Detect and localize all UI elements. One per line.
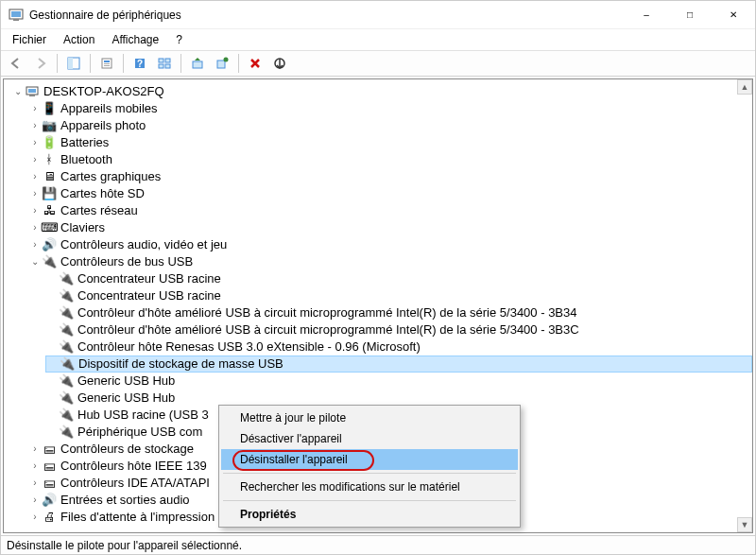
device-icon: 🔌 xyxy=(59,373,74,389)
tree-item[interactable]: 🔌Concentrateur USB racine xyxy=(45,287,752,304)
device-icon: 🔌 xyxy=(60,356,75,372)
menu-view[interactable]: Affichage xyxy=(104,31,166,48)
status-text: Désinstalle le pilote pour l'appareil sé… xyxy=(7,539,242,552)
expand-icon[interactable]: › xyxy=(28,202,42,219)
tree-item[interactable]: ›⌨Claviers xyxy=(28,219,752,236)
forward-button[interactable] xyxy=(29,53,52,74)
menu-file[interactable]: Fichier xyxy=(5,31,54,48)
tree-item[interactable]: ›📷Appareils photo xyxy=(28,117,752,134)
expand-icon[interactable]: › xyxy=(28,509,42,526)
svg-rect-4 xyxy=(68,58,73,69)
device-icon: ⌨ xyxy=(42,220,57,235)
back-button[interactable] xyxy=(5,53,27,74)
device-icon: 🔌 xyxy=(59,425,74,440)
close-button[interactable]: ✕ xyxy=(712,1,755,29)
scroll-up-button[interactable]: ▲ xyxy=(737,79,752,95)
content-area: ⌄ DESKTOP-AKOS2FQ ›📱Appareils mobiles›📷A… xyxy=(1,77,755,535)
tree-item[interactable]: ›🖧Cartes réseau xyxy=(28,202,752,219)
tree-item[interactable]: ›📱Appareils mobiles xyxy=(28,100,752,117)
expand-icon[interactable]: › xyxy=(28,100,42,117)
tree-item[interactable]: 🔌Contrôleur hôte Renesas USB 3.0 eXtensi… xyxy=(45,338,752,356)
menu-action[interactable]: Action xyxy=(56,31,102,48)
tree-item-label: Entrées et sorties audio xyxy=(60,492,190,509)
view-button[interactable] xyxy=(153,53,176,74)
tree-item[interactable]: ⌄🔌Contrôleurs de bus USB xyxy=(28,253,752,270)
expand-icon[interactable]: › xyxy=(28,134,42,151)
tree-item[interactable]: ›🖥Cartes graphiques xyxy=(28,168,752,185)
svg-rect-1 xyxy=(11,11,21,17)
tree-root[interactable]: ⌄ DESKTOP-AKOS2FQ xyxy=(11,83,752,100)
scroll-down-button[interactable]: ▼ xyxy=(737,517,752,532)
context-menu: Mettre à jour le pilote Désactiver l'app… xyxy=(218,405,521,528)
device-icon: 🔌 xyxy=(42,254,57,269)
tree-item-label: Bluetooth xyxy=(60,151,112,168)
menu-help[interactable]: ? xyxy=(168,31,190,48)
ctx-update-driver[interactable]: Mettre à jour le pilote xyxy=(221,408,518,428)
window-controls: – □ ✕ xyxy=(625,1,755,29)
device-icon: 🔌 xyxy=(59,271,74,286)
svg-rect-8 xyxy=(104,65,110,66)
device-icon: 🔊 xyxy=(42,237,57,252)
maximize-button[interactable]: □ xyxy=(668,1,712,29)
ctx-separator xyxy=(223,473,516,474)
device-icon: 🖨 xyxy=(42,510,57,525)
tree-item[interactable]: ›🔋Batteries xyxy=(28,134,752,151)
title-bar: Gestionnaire de périphériques – □ ✕ xyxy=(1,1,755,29)
properties-button[interactable] xyxy=(95,53,118,74)
tree-item[interactable]: 🔌Dispositif de stockage de masse USB xyxy=(45,356,752,373)
expand-icon[interactable]: › xyxy=(28,492,42,509)
scan-hardware-button[interactable] xyxy=(211,53,233,74)
tree-item-label: Contrôleurs de stockage xyxy=(60,441,194,458)
collapse-icon[interactable]: ⌄ xyxy=(11,83,25,100)
svg-rect-16 xyxy=(217,61,225,68)
tree-item[interactable]: 🔌Concentrateur USB racine xyxy=(45,270,752,287)
expand-icon[interactable]: › xyxy=(28,168,42,185)
tree-item-label: Generic USB Hub xyxy=(77,373,175,390)
tree-item-label: Hub USB racine (USB 3 xyxy=(77,407,209,424)
vertical-scrollbar[interactable]: ▲ ▼ xyxy=(737,79,752,532)
expand-icon[interactable]: › xyxy=(28,236,42,253)
update-driver-button[interactable] xyxy=(186,53,209,74)
uninstall-button[interactable] xyxy=(244,53,266,74)
toolbar-separator xyxy=(238,54,239,73)
tree-item-label: Cartes graphiques xyxy=(60,168,161,185)
device-icon: 🔌 xyxy=(59,408,74,423)
ctx-disable-device[interactable]: Désactiver l'appareil xyxy=(221,428,518,449)
ctx-scan-hardware[interactable]: Rechercher les modifications sur le maté… xyxy=(221,477,518,497)
svg-rect-21 xyxy=(29,95,35,96)
device-icon: 🖥 xyxy=(42,169,57,184)
ctx-properties[interactable]: Propriétés xyxy=(221,504,518,525)
expand-icon[interactable]: › xyxy=(28,441,42,458)
tree-item[interactable]: 🔌Generic USB Hub xyxy=(45,373,752,390)
window-title: Gestionnaire de périphériques xyxy=(29,9,625,22)
toolbar-separator xyxy=(123,54,124,73)
tree-item[interactable]: ›ᚼBluetooth xyxy=(28,151,752,168)
expand-icon[interactable]: › xyxy=(28,475,42,492)
expand-icon[interactable]: › xyxy=(28,117,42,134)
tree-item[interactable]: 🔌Contrôleur d'hôte amélioré USB à circui… xyxy=(45,304,752,321)
device-icon: ᚼ xyxy=(42,152,57,167)
tree-item[interactable]: 🔌Contrôleur d'hôte amélioré USB à circui… xyxy=(45,321,752,338)
device-icon: 🔌 xyxy=(59,339,74,355)
device-icon: 🖧 xyxy=(42,203,57,218)
minimize-button[interactable]: – xyxy=(625,1,668,29)
tree-item[interactable]: ›💾Cartes hôte SD xyxy=(28,185,752,202)
expand-icon[interactable]: › xyxy=(28,151,42,168)
device-icon: 🔌 xyxy=(59,390,74,406)
tree-item-label: Périphérique USB com xyxy=(77,424,202,441)
collapse-icon[interactable]: ⌄ xyxy=(28,253,42,270)
tree-item-label: Contrôleurs de bus USB xyxy=(60,253,193,270)
expand-icon[interactable]: › xyxy=(28,185,42,202)
tree-item-label: Appareils photo xyxy=(60,117,146,134)
ctx-uninstall-device[interactable]: Désinstaller l'appareil xyxy=(221,449,518,470)
tree-root-label: DESKTOP-AKOS2FQ xyxy=(43,83,164,100)
expand-icon[interactable]: › xyxy=(28,458,42,475)
device-icon: 🖴 xyxy=(42,459,57,474)
svg-rect-7 xyxy=(104,63,110,64)
disable-button[interactable] xyxy=(268,53,291,74)
device-icon: 📷 xyxy=(42,118,57,133)
svg-point-17 xyxy=(224,58,229,62)
help-button[interactable]: ? xyxy=(129,53,151,74)
tree-item[interactable]: ›🔊Contrôleurs audio, vidéo et jeu xyxy=(28,236,752,253)
show-hide-tree-button[interactable] xyxy=(62,53,85,74)
